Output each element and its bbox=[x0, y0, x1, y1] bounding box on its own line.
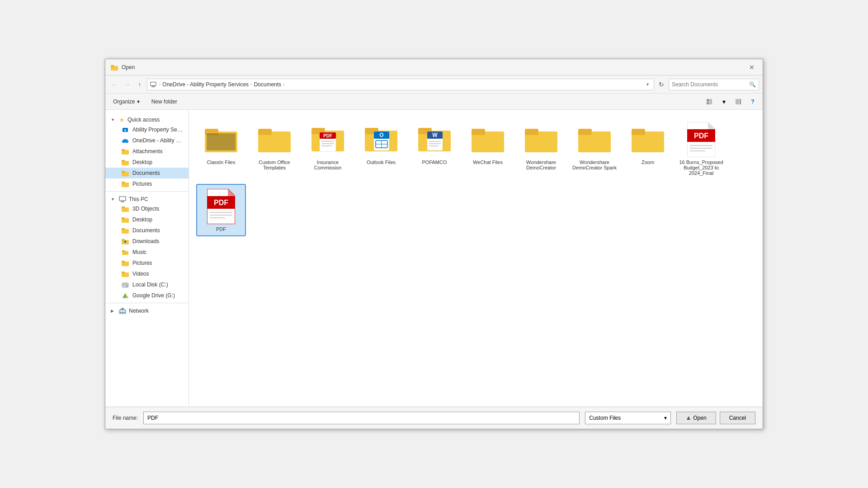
sidebar-item-pictures-pc[interactable]: Pictures bbox=[105, 258, 189, 268]
sidebar-item-attachments[interactable]: Attachments bbox=[105, 146, 189, 157]
onedrive-icon bbox=[122, 137, 129, 144]
sidebar-item-videos[interactable]: Videos bbox=[105, 268, 189, 279]
details-pane-icon bbox=[735, 99, 741, 105]
sidebar-item-downloads[interactable]: Downloads bbox=[105, 236, 189, 247]
svg-rect-89 bbox=[632, 129, 645, 135]
sidebar-item-desktop-pc[interactable]: Desktop bbox=[105, 214, 189, 225]
wondershare2-folder-icon bbox=[578, 126, 611, 153]
sidebar-quick-access-header[interactable]: ▼ ★ Quick access bbox=[105, 113, 189, 124]
insurance-folder-icon: PDF bbox=[311, 124, 344, 155]
sidebar-item-google-drive[interactable]: Google Drive (G:) bbox=[105, 290, 189, 301]
file-item-wondershare2[interactable]: Wondershare DemoCreator Spark bbox=[570, 117, 619, 180]
file-item-custom-office[interactable]: Custom Office Templates bbox=[250, 117, 299, 180]
file-item-zoom[interactable]: Zoom bbox=[623, 117, 673, 180]
help-button[interactable]: ? bbox=[746, 96, 759, 108]
pictures-pc-label: Pictures bbox=[132, 260, 152, 266]
sidebar-item-documents-qa[interactable]: Documents bbox=[105, 168, 189, 178]
svg-rect-87 bbox=[578, 129, 592, 135]
sidebar-this-pc-header[interactable]: ▼ This PC bbox=[105, 193, 189, 203]
zoom-icon-wrap bbox=[630, 122, 666, 158]
custom-office-folder-icon bbox=[258, 126, 291, 153]
downloads-label: Downloads bbox=[132, 238, 159, 244]
documents-pc-icon bbox=[122, 227, 129, 234]
svg-text:W: W bbox=[432, 132, 438, 138]
this-pc-label: This PC bbox=[129, 196, 148, 202]
file-item-pdf[interactable]: PDF PDF bbox=[196, 184, 246, 236]
action-bar: Organize ▾ New folder ▾ ? bbox=[105, 94, 763, 110]
address-path-onedrive: OneDrive - Ability Property Services bbox=[162, 81, 249, 88]
pdf-icon: PDF bbox=[207, 189, 235, 224]
file-item-wondershare1[interactable]: Wondershare DemoCreator bbox=[516, 117, 566, 180]
close-button[interactable]: ✕ bbox=[746, 62, 757, 73]
this-pc-expand-icon: ▼ bbox=[111, 197, 116, 202]
search-input[interactable] bbox=[672, 81, 749, 88]
open-dialog: Open ✕ ← → ↑ › OneDrive - Ability Proper… bbox=[105, 59, 763, 429]
address-dropdown-arrow[interactable]: ▾ bbox=[644, 81, 651, 88]
main-area: ▼ ★ Quick access A Ability Property Serv… bbox=[105, 110, 763, 407]
back-button[interactable]: ← bbox=[109, 79, 120, 90]
desktop-pc-label: Desktop bbox=[132, 216, 152, 223]
pdf-icon-wrap: PDF bbox=[203, 188, 239, 225]
wondershare1-icon-wrap bbox=[523, 122, 559, 158]
sidebar-item-pictures-qa[interactable]: Pictures bbox=[105, 178, 189, 189]
organize-button[interactable]: Organize ▾ bbox=[109, 96, 144, 108]
wechat-label: WeChat Files bbox=[473, 160, 503, 165]
sidebar-item-ability[interactable]: A Ability Property Servi... bbox=[105, 124, 189, 135]
svg-rect-2 bbox=[151, 82, 156, 85]
music-icon: ♪ bbox=[122, 249, 129, 256]
network-expand-icon: ▶ bbox=[111, 309, 116, 313]
svg-text:PDF: PDF bbox=[323, 133, 332, 138]
details-pane-button[interactable] bbox=[732, 96, 745, 108]
address-bar[interactable]: › OneDrive - Ability Property Services ›… bbox=[147, 79, 654, 90]
file-item-burns-pdf[interactable]: PDF 16 Burns_Proposed Budget_2023 to 202… bbox=[676, 117, 726, 180]
open-button[interactable]: Open bbox=[676, 412, 716, 424]
svg-rect-27 bbox=[122, 206, 125, 208]
filetype-dropdown-arrow: ▾ bbox=[664, 415, 667, 421]
sidebar-item-desktop-qa[interactable]: Desktop bbox=[105, 157, 189, 168]
sidebar-item-3d-objects[interactable]: 3D Objects bbox=[105, 203, 189, 214]
pofamco-icon-wrap: W bbox=[416, 122, 453, 158]
svg-marker-98 bbox=[228, 189, 235, 196]
search-icon: 🔍 bbox=[749, 81, 756, 88]
documents-qa-label: Documents bbox=[132, 170, 160, 176]
ability-icon: A bbox=[122, 126, 129, 133]
sidebar-item-music[interactable]: ♪ Music bbox=[105, 247, 189, 258]
sidebar-network-header[interactable]: ▶ Network bbox=[105, 305, 189, 315]
refresh-button[interactable]: ↻ bbox=[656, 79, 667, 90]
file-item-wechat[interactable]: WeChat Files bbox=[463, 117, 513, 180]
cancel-button[interactable]: Cancel bbox=[720, 412, 755, 424]
documents-qa-icon bbox=[122, 169, 129, 177]
downloads-icon bbox=[122, 238, 129, 245]
file-item-pofamco[interactable]: W POFAMCO bbox=[410, 117, 459, 180]
view-controls: ▾ ? bbox=[703, 96, 759, 108]
svg-text:PDF: PDF bbox=[214, 199, 228, 206]
desktop-qa-label: Desktop bbox=[132, 159, 152, 165]
file-item-outlook[interactable]: O Outlook Files bbox=[356, 117, 406, 180]
svg-rect-83 bbox=[472, 129, 485, 135]
filename-input[interactable] bbox=[143, 412, 580, 424]
file-item-insurance[interactable]: PDF Insurance Commission bbox=[303, 117, 353, 180]
sidebar-item-documents-pc[interactable]: Documents bbox=[105, 225, 189, 236]
svg-point-49 bbox=[120, 312, 122, 313]
view-preview-button[interactable] bbox=[703, 96, 716, 108]
open-button-label: Open bbox=[693, 415, 706, 421]
pofamco-label: POFAMCO bbox=[422, 160, 447, 165]
svg-rect-6 bbox=[707, 102, 709, 104]
sidebar-item-onedrive[interactable]: OneDrive - Ability Pro... bbox=[105, 135, 189, 146]
new-folder-button[interactable]: New folder bbox=[147, 96, 181, 108]
svg-rect-29 bbox=[122, 217, 125, 219]
organize-label: Organize bbox=[113, 99, 135, 105]
title-bar-left: Open bbox=[111, 64, 135, 71]
title-bar: Open ✕ bbox=[105, 59, 763, 75]
classin-label: ClassIn Files bbox=[207, 160, 236, 165]
pictures-qa-label: Pictures bbox=[132, 181, 152, 187]
filetype-dropdown[interactable]: Custom Files ▾ bbox=[585, 412, 671, 424]
sidebar-item-local-disk[interactable]: Local Disk (C:) bbox=[105, 279, 189, 290]
3d-objects-icon bbox=[122, 205, 129, 212]
forward-button[interactable]: → bbox=[122, 79, 132, 90]
up-button[interactable]: ↑ bbox=[134, 79, 145, 90]
svg-rect-55 bbox=[207, 133, 236, 150]
view-size-dropdown[interactable]: ▾ bbox=[717, 96, 730, 108]
file-item-classin[interactable]: ClassIn Files bbox=[196, 117, 246, 180]
google-drive-label: Google Drive (G:) bbox=[132, 292, 175, 299]
